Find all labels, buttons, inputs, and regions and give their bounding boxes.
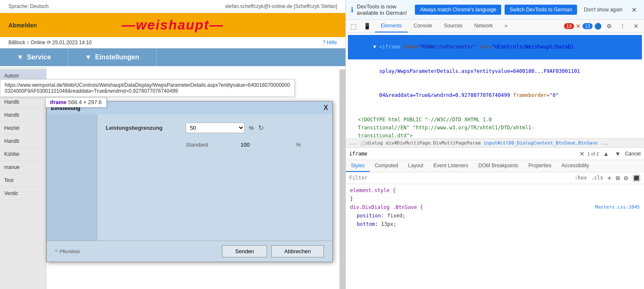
nav-service-label: Service [27, 54, 51, 61]
dont-show-button[interactable]: Don't show again [580, 5, 626, 15]
biblock-status: BiBlock ↕ Online ⟳ 25.01.2023 14:10 [8, 40, 92, 45]
devtools-bottom-tabs: Styles Computed Layout Event Listeners D… [346, 160, 644, 172]
tab-properties[interactable]: Properties [524, 160, 557, 172]
warn-icon: 🔵 [594, 23, 601, 29]
style-prop-position: position: fixed; [350, 211, 640, 220]
tab-network[interactable]: Network [468, 20, 499, 32]
devtools-panel: ℹ DevTools is now available in German! A… [345, 0, 644, 289]
dom-line-doctype: <!DOCTYPE html PUBLIC "-//W3C//DTD XHTML… [348, 116, 642, 124]
breadcrumb-item-0[interactable]: ... ⬜dialog [349, 140, 383, 146]
logo: —weishaupt— [122, 17, 224, 33]
sidebar: Autom Entlüft Handb Handb Heizlei Handb … [0, 67, 46, 289]
german-button[interactable]: Switch DevTools to German [505, 5, 577, 15]
hilfe-link[interactable]: ? Hilfe [323, 40, 337, 45]
online-status: Online [31, 40, 45, 45]
nav-service[interactable]: ▼ Service [0, 48, 68, 66]
standard-label: Standard [186, 142, 236, 148]
tab-event-listeners[interactable]: Event Listeners [428, 160, 473, 172]
pflichtfeld-label: *: Pflichtfeld [55, 249, 218, 254]
error-badge: 13 [564, 23, 574, 29]
sidebar-item-9[interactable]: Verdic [0, 187, 46, 200]
warn-badge: 13 [583, 23, 593, 29]
iframe-size: 568.4 × 297.6 [68, 99, 102, 105]
devtools-inspect-icon[interactable]: ⬚ [348, 21, 359, 32]
sidebar-item-5[interactable]: Handb [0, 135, 46, 148]
language-label: Sprache: Deutsch [8, 3, 48, 9]
filter-hov[interactable]: :hov [575, 175, 587, 181]
breadcrumb-item-1[interactable]: div#DivMultiPage.DivMultiPageParam [386, 140, 481, 146]
sidebar-item-3[interactable]: Handb [0, 109, 46, 122]
shadow-button[interactable]: 🔳 [632, 174, 641, 182]
scrollbar-right[interactable] [339, 70, 345, 289]
search-cancel-button[interactable]: Cancel [625, 151, 641, 157]
search-results: 1 of 2 [587, 151, 599, 156]
modal-footer: *: Pflichtfeld Senden Abbrechen [47, 241, 332, 262]
settings-icon[interactable]: ⚙ [603, 20, 615, 32]
tab-console[interactable]: Console [408, 20, 438, 32]
add-rule-button[interactable]: + [607, 174, 612, 182]
nav-einstellungen[interactable]: ▼ Einstellungen [68, 48, 157, 66]
sidebar-item-6[interactable]: Kühllei [0, 148, 46, 161]
modal-sidebar [47, 114, 97, 241]
modal-body: Leistungsbegrenzung 50 % ↻ Standard 100 … [47, 114, 332, 241]
breadcrumb-item-2[interactable]: input#ctl00_DialogContent_BtnSave.BtnSav… [484, 140, 598, 146]
filter-input[interactable] [349, 175, 570, 181]
search-prev-button[interactable]: ▲ [601, 150, 611, 158]
url-tooltip: https://www.wemportal.de/Web/UControls/W… [0, 79, 295, 97]
standard-value: 100 [240, 142, 250, 148]
dom-view: ▼ <iframe name="RDWWriteParameter" src="… [346, 33, 644, 139]
modal-content: Leistungsbegrenzung 50 % ↻ Standard 100 … [97, 114, 332, 241]
tab-computed[interactable]: Computed [370, 160, 403, 172]
sidebar-item-8[interactable]: Test [0, 174, 46, 187]
tab-styles[interactable]: Styles [346, 160, 370, 172]
dom-line-iframe[interactable]: ▼ <iframe name="RDWWriteParameter" src="… [348, 35, 642, 59]
breadcrumb-bar: ... ⬜dialog div#DivMultiPage.DivMultiPag… [346, 139, 644, 148]
search-input[interactable] [349, 151, 577, 157]
dom-line-doctype3: transitional.dtd"> [348, 132, 642, 138]
left-panel: Sprache: Deutsch stefan.scheffczyk@t-onl… [0, 0, 345, 289]
top-bar: Sprache: Deutsch stefan.scheffczyk@t-onl… [0, 0, 345, 13]
devtools-notification: ℹ DevTools is now available in German! A… [346, 0, 644, 20]
devtools-device-icon[interactable]: 📱 [361, 21, 373, 31]
search-bar: ✕ 1 of 2 ▲ ▼ Cancel [346, 148, 644, 160]
nav-bar: ▼ Service ▼ Einstellungen [0, 48, 345, 66]
senden-button[interactable]: Senden [222, 245, 267, 257]
notification-close-button[interactable]: ✕ [629, 6, 639, 14]
tab-layout[interactable]: Layout [403, 160, 428, 172]
notification-text: DevTools is now available in German! [357, 3, 412, 16]
devtools-close-icon[interactable]: ✕ [630, 20, 642, 32]
devtools-toolbar-icons: 13 ✕ 13 🔵 ⚙ ⋮ ✕ [564, 20, 642, 32]
standard-unit: % [296, 142, 301, 148]
search-next-button[interactable]: ▼ [613, 150, 623, 158]
param-unit-leistung: % [249, 125, 254, 131]
arrows-icon: ↕ [27, 40, 30, 45]
sidebar-item-2[interactable]: Handb [0, 96, 46, 109]
tab-more[interactable]: » [499, 20, 513, 32]
user-label: stefan.scheffczyk@t-online.de [Scheffczy… [225, 3, 337, 9]
info-icon: ℹ [351, 6, 353, 14]
sync-icon: ⟳ [47, 40, 52, 45]
tab-accessibility[interactable]: Accessibility [556, 160, 594, 172]
abbrechen-button[interactable]: Abbrechen [271, 245, 324, 257]
style-source-masters[interactable]: Masters.css:1045 [595, 204, 640, 210]
sidebar-item-7[interactable]: manue [0, 161, 46, 174]
abmelden-button[interactable]: Abmelden [8, 22, 37, 29]
search-clear-button[interactable]: ✕ [580, 150, 585, 157]
modal-close-button[interactable]: X [323, 104, 328, 112]
chrome-lang-button[interactable]: Always match Chrome's language [415, 5, 501, 15]
tab-sources[interactable]: Sources [438, 20, 468, 32]
filter-cls[interactable]: .cls [591, 175, 603, 181]
iframe-label: iframe [50, 99, 67, 105]
style-prop-val-position: fixed [387, 213, 402, 219]
param-select-leistung[interactable]: 50 [186, 123, 245, 133]
toggle-device-button[interactable]: ⚙ [624, 174, 628, 182]
modal-dialog: Einstellung X Leistungsbegrenzung 50 % ↻… [46, 101, 333, 262]
tab-dom-breakpoints[interactable]: DOM Breakpoints [473, 160, 524, 172]
new-style-rule-button[interactable]: ⊞ [616, 174, 620, 182]
refresh-icon[interactable]: ↻ [258, 124, 264, 132]
dom-line-src: splay/WwpsParameterDetails.aspx?entityva… [348, 59, 642, 84]
sidebar-item-4[interactable]: Heizlei [0, 122, 46, 135]
tab-elements[interactable]: Elements [375, 20, 408, 32]
more-options-icon[interactable]: ⋮ [617, 20, 628, 32]
style-prop-name-bottom: bottom [357, 221, 375, 227]
